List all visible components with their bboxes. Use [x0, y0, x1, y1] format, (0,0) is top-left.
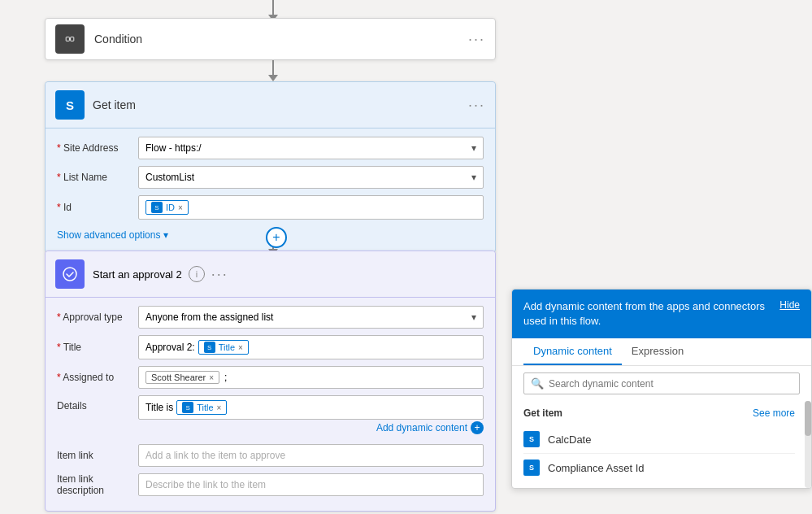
id-input[interactable]: S ID × — [138, 195, 484, 220]
id-token-label: ID — [166, 203, 175, 212]
calcdate-icon: S — [523, 431, 540, 447]
list-name-dropdown-icon: ▾ — [471, 172, 476, 183]
condition-svg — [65, 31, 75, 47]
show-advanced-label: Show advanced options — [57, 229, 160, 241]
details-token: S Title × — [176, 400, 227, 415]
site-address-label: Site Address — [57, 142, 138, 154]
add-dynamic-icon: + — [471, 421, 484, 434]
svg-point-3 — [63, 268, 76, 281]
plus-icon: + — [272, 230, 280, 245]
item-link-placeholder: Add a link to the item to approve — [145, 450, 285, 461]
dynamic-content-panel: Add dynamic content from the apps and co… — [511, 289, 812, 489]
id-token-close[interactable]: × — [178, 203, 183, 212]
add-dynamic-btn[interactable]: Add dynamic content + — [376, 421, 484, 434]
approval-title-token-label: Title — [219, 342, 235, 352]
approval-title-token-icon: S — [204, 342, 215, 353]
approval-title-token: S Title × — [198, 340, 249, 355]
site-address-input[interactable]: Flow - https:/ ▾ — [138, 137, 484, 159]
dynamic-item-calcdate[interactable]: S CalcDate — [523, 425, 795, 454]
search-icon: 🔍 — [531, 377, 544, 390]
item-link-label: Item link — [57, 450, 138, 461]
details-token-close[interactable]: × — [217, 403, 222, 412]
dynamic-search-section: 🔍 — [512, 366, 811, 401]
assigned-to-input[interactable]: Scott Shearer × ; — [138, 366, 484, 389]
approval-type-value: Anyone from the assigned list — [145, 311, 273, 323]
show-advanced-btn[interactable]: Show advanced options ▾ — [57, 226, 168, 244]
details-token-icon: S — [182, 402, 193, 413]
details-label: Details — [57, 395, 138, 412]
item-link-row: Item link Add a link to the item to appr… — [57, 444, 484, 467]
dynamic-content-body: Get item See more S CalcDate S Complianc… — [512, 401, 811, 488]
dynamic-section-header: Get item See more — [523, 407, 795, 419]
compliance-label: Compliance Asset Id — [548, 462, 645, 474]
site-address-row: Site Address Flow - https:/ ▾ — [57, 137, 484, 159]
site-address-dropdown-icon: ▾ — [471, 142, 476, 154]
tab-expression[interactable]: Expression — [622, 338, 693, 365]
add-dynamic-label: Add dynamic content — [376, 422, 467, 433]
getitem-header: S Get item ··· — [46, 82, 495, 128]
assigned-to-chip-label: Scott Shearer — [151, 372, 206, 382]
assigned-to-label: Assigned to — [57, 372, 138, 383]
add-dynamic-row: Add dynamic content + — [138, 421, 484, 434]
details-token-label: Title — [197, 403, 213, 412]
list-name-input[interactable]: CustomList ▾ — [138, 166, 484, 189]
search-input[interactable] — [549, 378, 792, 390]
getitem-card: S Get item ··· Site Address Flow - https… — [45, 81, 496, 253]
approval-svg — [62, 266, 78, 282]
hide-panel-btn[interactable]: Hide — [779, 299, 800, 311]
id-label: Id — [57, 202, 138, 213]
approval-title-prefix: Approval 2: — [145, 342, 195, 353]
item-link-desc-placeholder: Describe the link to the item — [145, 479, 266, 490]
approval-title-row: Title Approval 2: S Title × — [57, 335, 484, 359]
assigned-to-row: Assigned to Scott Shearer × ; — [57, 366, 484, 389]
sharepoint-icon: S — [55, 90, 85, 120]
getitem-more[interactable]: ··· — [468, 97, 485, 114]
details-input[interactable]: Title is S Title × — [138, 395, 484, 420]
details-text: Title is — [145, 402, 173, 413]
approval-title-token-close[interactable]: × — [238, 343, 243, 352]
dynamic-panel-header-text: Add dynamic content from the apps and co… — [523, 299, 770, 329]
approval-card: Start an approval 2 i ··· Approval type … — [45, 250, 496, 512]
approval-title-input[interactable]: Approval 2: S Title × — [138, 335, 484, 359]
condition-card: Condition ··· — [45, 18, 496, 60]
list-name-label: List Name — [57, 172, 138, 183]
list-name-row: List Name CustomList ▾ — [57, 166, 484, 189]
approval-more[interactable]: ··· — [211, 266, 228, 283]
condition-icon — [55, 24, 85, 54]
details-row: Details Title is S Title × Add dynamic c… — [57, 395, 484, 438]
compliance-icon: S — [523, 460, 540, 476]
tab-dynamic-content[interactable]: Dynamic content — [523, 338, 622, 365]
approval-info-icon[interactable]: i — [189, 266, 205, 282]
dynamic-panel-header: Add dynamic content from the apps and co… — [512, 290, 811, 338]
approval-type-dropdown-icon: ▾ — [471, 311, 476, 323]
tab-dynamic-content-label: Dynamic content — [533, 345, 612, 357]
id-row: Id S ID × — [57, 195, 484, 220]
approval-type-input[interactable]: Anyone from the assigned list ▾ — [138, 306, 484, 329]
tab-expression-label: Expression — [632, 345, 684, 357]
approval-type-row: Approval type Anyone from the assigned l… — [57, 306, 484, 329]
item-link-desc-input[interactable]: Describe the link to the item — [138, 473, 484, 496]
approval-header: Start an approval 2 i ··· — [46, 251, 495, 298]
show-advanced-chevron: ▾ — [163, 229, 168, 241]
panel-scrollbar-thumb — [805, 401, 811, 436]
condition-title: Condition — [94, 33, 468, 46]
dynamic-item-compliance[interactable]: S Compliance Asset Id — [523, 454, 795, 481]
plus-connector[interactable]: + — [266, 227, 287, 248]
see-more-link[interactable]: See more — [753, 407, 795, 419]
list-name-value: CustomList — [145, 172, 194, 183]
dynamic-section-title: Get item — [523, 407, 562, 419]
assigned-to-chip-close[interactable]: × — [209, 373, 214, 382]
approval-title-label: Title — [57, 342, 138, 353]
calcdate-label: CalcDate — [548, 433, 591, 446]
approval-icon — [55, 259, 85, 289]
id-token-icon: S — [151, 202, 163, 213]
approval-body: Approval type Anyone from the assigned l… — [46, 298, 495, 511]
item-link-input[interactable]: Add a link to the item to approve — [138, 444, 484, 467]
dynamic-tabs: Dynamic content Expression — [512, 338, 811, 366]
assigned-to-semicolon: ; — [224, 372, 227, 383]
search-box: 🔍 — [523, 372, 800, 394]
panel-scrollbar[interactable] — [805, 401, 811, 488]
item-link-desc-label: Item link description — [57, 473, 138, 496]
condition-more[interactable]: ··· — [468, 31, 485, 48]
item-link-desc-row: Item link description Describe the link … — [57, 473, 484, 496]
